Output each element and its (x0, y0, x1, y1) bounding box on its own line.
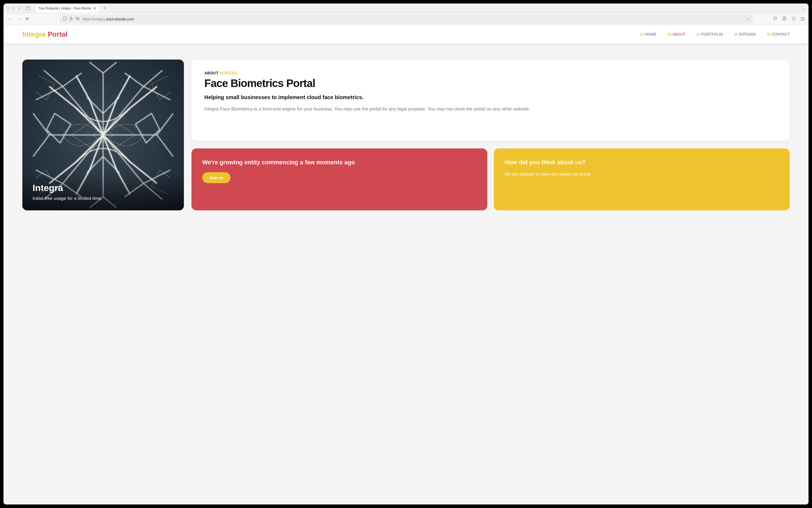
hero-overlay: Integra Initial free usage for a limited… (22, 173, 184, 210)
browser-toolbar: ← → ⟳ https://integra.tuturulianda.com ☆ (3, 13, 406, 25)
browser-window: Tutu Rulianda | Integra - Face Biome ✕ +… (3, 3, 406, 254)
new-tab-button[interactable]: + (103, 5, 106, 11)
growth-card: We're growing entity commencing a few mo… (191, 149, 406, 210)
about-body: Integra Face Biometrics is a front-end e… (205, 105, 406, 113)
close-tab-icon[interactable]: ✕ (93, 6, 96, 10)
page-content: Integra Portal 01HOME 02ABOUT 03PORTFOLI… (3, 25, 406, 254)
traffic-lights (7, 7, 21, 10)
reload-button[interactable]: ⟳ (26, 16, 29, 22)
minimize-window-button[interactable] (12, 7, 15, 10)
join-us-button[interactable]: Join us (202, 172, 230, 183)
growth-card-title: We're growing entity commencing a few mo… (202, 159, 406, 166)
url-text: https://integra.tuturulianda.com (82, 17, 406, 21)
site-logo[interactable]: Integra Portal (22, 30, 67, 39)
about-eyebrow: ABOUT INTEGRA (205, 71, 406, 75)
maximize-window-button[interactable] (17, 7, 21, 10)
shield-icon[interactable] (63, 16, 67, 22)
forward-button[interactable]: → (16, 16, 22, 22)
lock-icon[interactable] (70, 17, 73, 21)
hero-subtitle: Initial free usage for a limited time. (33, 196, 174, 201)
browser-tab[interactable]: Tutu Rulianda | Integra - Face Biome ✕ (35, 4, 99, 13)
hero-title: Integra (33, 183, 174, 193)
svg-point-2 (76, 17, 77, 18)
bottom-cards: We're growing entity commencing a few mo… (191, 149, 406, 210)
svg-point-4 (78, 19, 79, 20)
sidebar-toggle-icon[interactable] (26, 6, 30, 10)
svg-rect-0 (70, 18, 73, 20)
back-button[interactable]: ← (7, 16, 13, 22)
main-content: Integra Initial free usage for a limited… (3, 43, 406, 226)
tab-title: Tutu Rulianda | Integra - Face Biome (38, 6, 91, 10)
site-settings-icon[interactable] (75, 17, 80, 21)
close-window-button[interactable] (7, 7, 10, 10)
site-header: Integra Portal 01HOME 02ABOUT 03PORTFOLI… (3, 25, 406, 43)
browser-titlebar: Tutu Rulianda | Integra - Face Biome ✕ +… (3, 3, 406, 13)
about-card: ABOUT INTEGRA Face Biometrics Portal Hel… (191, 59, 406, 141)
about-subtitle: Helping small businesses to implement cl… (205, 94, 406, 101)
url-bar[interactable]: https://integra.tuturulianda.com ☆ (60, 15, 406, 24)
about-title: Face Biometrics Portal (205, 77, 406, 89)
hero-card: Integra Initial free usage for a limited… (22, 59, 184, 210)
